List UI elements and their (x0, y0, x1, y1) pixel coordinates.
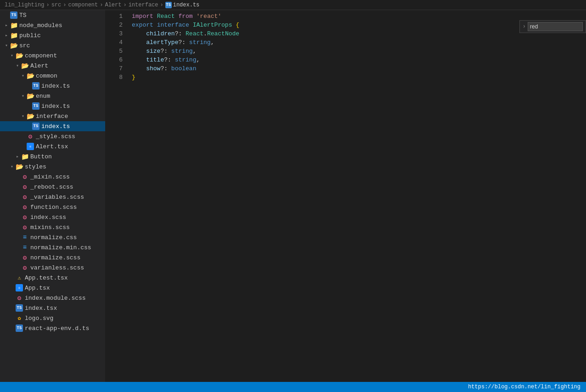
folder-open-icon: 📂 (16, 52, 23, 59)
scss-icon: ⚙ (21, 264, 28, 271)
sidebar-item-index-module-scss[interactable]: ⚙ index.module.scss (0, 293, 105, 303)
sidebar-item-function-scss[interactable]: ⚙ function.scss (0, 202, 105, 212)
sidebar-item-enum[interactable]: 📂 enum (0, 91, 105, 101)
sidebar-item-normalize-min-css[interactable]: ≡ normalize.min.css (0, 242, 105, 252)
editor-container: 1 2 3 4 5 6 7 8 import React from 'react… (105, 10, 586, 382)
sidebar-item-label: component (25, 52, 101, 59)
sidebar-item-label: index.ts (41, 123, 101, 130)
sidebar-item-enum-index[interactable]: TS index.ts (0, 101, 105, 111)
code-line-2: export interface IAlertProps { (128, 21, 586, 29)
svg-icon: ✿ (16, 314, 23, 322)
sidebar-item-react-app-env[interactable]: TS react-app-env.d.ts (0, 323, 105, 333)
sidebar-item-label: common (36, 73, 101, 79)
code-line-7: show?: boolean (128, 64, 586, 73)
line-number: 3 (105, 29, 123, 38)
sidebar-item-ts-root[interactable]: TS TS (0, 10, 105, 20)
sidebar-item-label: react-app-env.d.ts (25, 325, 101, 332)
chevron-icon (9, 53, 15, 58)
sidebar-item-style-scss[interactable]: ⚙ _style.scss (0, 131, 105, 141)
line-number: 2 (105, 21, 123, 29)
ts-icon: TS (16, 304, 23, 312)
sidebar-item-mixin-scss[interactable]: ⚙ _mixin.scss (0, 172, 105, 182)
sidebar-item-interface[interactable]: 📂 interface (0, 111, 105, 121)
sidebar-item-label: logo.svg (25, 315, 101, 322)
sidebar-item-label: _variables.scss (30, 194, 101, 201)
search-widget[interactable]: › (519, 20, 586, 33)
code-line-5: size?: string, (128, 47, 586, 56)
chevron-icon (15, 63, 20, 68)
sidebar-item-label: index.ts (41, 103, 101, 110)
sidebar-item-app-tsx[interactable]: ⚛ App.tsx (0, 283, 105, 293)
breadcrumb-part: src (51, 2, 62, 8)
scss-icon: ⚙ (21, 213, 28, 221)
sidebar-item-normalize-scss[interactable]: ⚙ normalize.scss (0, 252, 105, 263)
sidebar-item-label: public (19, 32, 101, 39)
chevron-icon (15, 154, 20, 159)
sidebar-item-common[interactable]: 📂 common (0, 71, 105, 81)
sidebar-item-label: App.test.tsx (25, 274, 101, 281)
code-line-8: } (128, 73, 586, 82)
breadcrumb-file-icon: TS (165, 2, 172, 8)
sidebar-item-interface-index[interactable]: TS index.ts (0, 121, 105, 131)
sidebar-item-label: varianless.scss (30, 264, 101, 271)
code-line-3: children?: React.ReactNode (128, 29, 586, 38)
sidebar-item-label: interface (36, 113, 101, 120)
sidebar-item-label: Button (30, 153, 101, 160)
tsx-icon: ⚛ (16, 284, 23, 291)
sidebar-item-public[interactable]: 📁 public (0, 30, 105, 40)
sidebar-item-label: index.module.scss (25, 295, 101, 302)
sidebar-item-alert[interactable]: 📂 Alert (0, 61, 105, 71)
sidebar-item-varianless-scss[interactable]: ⚙ varianless.scss (0, 263, 105, 273)
sidebar-item-label: index.ts (41, 83, 101, 90)
scss-icon: ⚙ (21, 193, 28, 201)
code-line-4: alertType?: string, (128, 38, 586, 47)
sidebar-item-index-tsx[interactable]: TS index.tsx (0, 303, 105, 313)
ts-icon: TS (32, 123, 39, 130)
chevron-icon (20, 93, 26, 99)
sidebar-item-src[interactable]: 📂 src (0, 40, 105, 50)
sidebar-item-button[interactable]: 📁 Button (0, 151, 105, 162)
folder-open-icon: 📂 (27, 92, 34, 100)
folder-open-icon: 📂 (10, 42, 17, 49)
folder-icon: 📁 (21, 153, 28, 160)
tsx-icon: ⚛ (27, 143, 34, 150)
css-icon: ≡ (21, 244, 28, 251)
sidebar-item-label: _mixin.scss (30, 174, 101, 180)
code-line-6: title?: string, (128, 56, 586, 64)
chevron-icon (4, 22, 9, 28)
sidebar-item-logo-svg[interactable]: ✿ logo.svg (0, 313, 105, 323)
sidebar-item-alert-tsx[interactable]: ⚛ Alert.tsx (0, 141, 105, 151)
ts-icon: TS (16, 325, 23, 332)
scss-icon: ⚙ (21, 173, 28, 180)
line-number: 1 (105, 12, 123, 21)
line-number: 6 (105, 56, 123, 64)
sidebar-item-label: styles (25, 163, 101, 170)
sidebar-item-label: normalize.scss (30, 254, 101, 261)
chevron-icon (9, 164, 15, 169)
line-number: 4 (105, 38, 123, 47)
folder-icon: 📁 (10, 32, 17, 39)
sidebar-item-node-modules[interactable]: 📁 node_modules (0, 20, 105, 30)
sidebar-item-label: normalize.css (30, 234, 101, 241)
status-bar-url[interactable]: https://blog.csdn.net/lin_fighting (468, 384, 580, 390)
main-area: TS TS 📁 node_modules 📁 public 📂 src 📂 co… (0, 10, 586, 382)
search-input[interactable] (528, 22, 583, 31)
sidebar-item-variables-scss[interactable]: ⚙ _variables.scss (0, 192, 105, 202)
breadcrumb-part: lin_lighting (5, 2, 44, 8)
sidebar-item-index-scss[interactable]: ⚙ index.scss (0, 212, 105, 222)
breadcrumb-bar: lin_lighting › src › component › Alert ›… (0, 0, 586, 10)
breadcrumb-part: index.ts (173, 2, 200, 8)
sidebar-item-normalize-css[interactable]: ≡ normalize.css (0, 232, 105, 242)
sidebar-item-mixins-scss[interactable]: ⚙ mixins.scss (0, 222, 105, 232)
sidebar-item-styles[interactable]: 📂 styles (0, 162, 105, 172)
breadcrumb-part: Alert (105, 2, 121, 8)
code-editor[interactable]: import React from 'react' export interfa… (128, 10, 586, 382)
sidebar-item-common-index[interactable]: TS index.ts (0, 81, 105, 91)
sidebar-item-label: mixins.scss (30, 224, 101, 231)
sidebar-item-component[interactable]: 📂 component (0, 50, 105, 61)
sidebar-item-reboot-scss[interactable]: ⚙ _reboot.scss (0, 182, 105, 192)
line-number: 8 (105, 73, 123, 82)
sidebar-item-label: Alert.tsx (36, 143, 101, 150)
scss-icon: ⚙ (21, 224, 28, 231)
sidebar-item-app-test-tsx[interactable]: ⚠ App.test.tsx (0, 273, 105, 283)
